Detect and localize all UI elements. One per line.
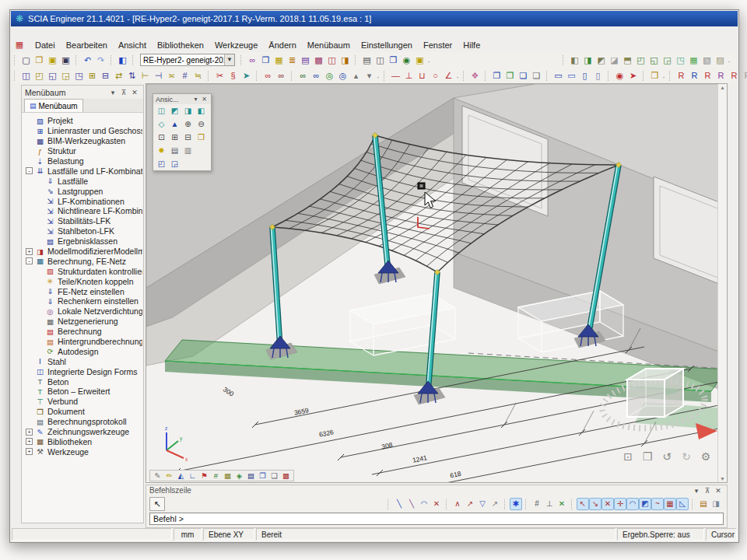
mesh-points-icon[interactable]: #: [178, 69, 191, 82]
expand-icon[interactable]: +: [26, 448, 33, 455]
wireframe-10-icon[interactable]: ▦: [687, 54, 700, 66]
support-b-icon[interactable]: ⊣: [152, 69, 165, 82]
wireframe-mode-icon[interactable]: ✎: [152, 471, 163, 481]
tree-item-bim-werkzeugkasten[interactable]: ▦BIM-Werkzeugkasten: [23, 136, 142, 146]
toolbar-overflow-icon[interactable]: .: [376, 72, 381, 79]
zoom-window-icon[interactable]: ⊡: [155, 131, 168, 143]
wireframe-9-icon[interactable]: ◳: [674, 54, 687, 66]
draw-circle-icon[interactable]: ○: [429, 69, 442, 82]
menu-bearbeiten[interactable]: Bearbeiten: [61, 40, 113, 51]
snap-midpoint-icon[interactable]: ↗: [464, 498, 476, 510]
fly-view-icon[interactable]: ➤: [626, 69, 640, 82]
status-cell[interactable]: Cursor: [706, 528, 737, 541]
draw-profile-icon[interactable]: ⊔: [416, 69, 429, 82]
toolbar-overflow-icon[interactable]: .: [727, 56, 731, 64]
menu-bibliotheken[interactable]: Bibliotheken: [152, 40, 209, 51]
wireframe-8-icon[interactable]: ◲: [661, 54, 674, 66]
snap-arc-icon[interactable]: ◠: [418, 498, 430, 510]
tree-item-fe-netz-einstellen[interactable]: ⇓FE-Netz einstellen: [23, 286, 142, 296]
zoom-all-icon[interactable]: ⊞: [168, 131, 181, 143]
viewport-3d[interactable]: 365963263081241618300zyx Ansic... ▾ ✕ ◫◩…: [146, 83, 728, 483]
hinge-add-icon[interactable]: ⊞: [86, 69, 99, 82]
status-cell[interactable]: Bereit: [256, 528, 615, 541]
menu-hilfe[interactable]: Hilfe: [458, 40, 486, 51]
tree-item-belastung[interactable]: ⇣Belastung: [23, 156, 142, 166]
snap-end-icon[interactable]: ↘: [589, 498, 601, 510]
undo-icon[interactable]: ↶: [81, 54, 94, 66]
layout-icon[interactable]: ◨: [338, 54, 352, 66]
command-input[interactable]: Befehl >: [149, 513, 724, 525]
eye-view-icon[interactable]: ◉: [613, 69, 626, 82]
menu-einstellungen[interactable]: Einstellungen: [356, 40, 418, 51]
tree-item-lokale-netzverdichtung[interactable]: ◎Lokale Netzverdichtung: [23, 306, 142, 317]
zoom-selection-icon[interactable]: ⊟: [181, 131, 195, 143]
save-icon[interactable]: ▣: [59, 54, 72, 66]
move-arrow-icon[interactable]: ➤: [240, 69, 253, 82]
project-selector-combo[interactable]: RE-Hyper2- geneigt-201▼: [140, 54, 235, 66]
result-3-icon[interactable]: R: [701, 69, 714, 82]
wireframe-1-icon[interactable]: ◧: [568, 54, 581, 66]
open-folder-icon[interactable]: ❒: [648, 69, 661, 82]
copy-b-icon[interactable]: ❐: [503, 69, 517, 82]
tree-item-modellmodifizierermodellmodi[interactable]: +◨ModellmodifiziererModellmodi: [23, 247, 142, 257]
snap-intersection-icon[interactable]: ✕: [601, 498, 614, 510]
visibility-filter-2-icon[interactable]: ◎: [336, 69, 349, 82]
tree-item-berechnung[interactable]: ▤Berechnung: [23, 327, 142, 337]
document-menu-icon[interactable]: ▦: [12, 40, 26, 50]
layer-down-icon[interactable]: ▾: [363, 69, 376, 82]
tree-item-teile-knoten-koppeln[interactable]: ✳Teile/Knoten koppeln: [23, 276, 142, 286]
shrink-icon[interactable]: ◈: [233, 471, 245, 481]
expand-icon[interactable]: +: [26, 248, 33, 255]
tree-item-beton[interactable]: TBeton: [23, 376, 142, 387]
wireframe-11-icon[interactable]: ▧: [700, 54, 714, 66]
view-y-icon[interactable]: ◩: [168, 105, 181, 117]
draw-angle-icon[interactable]: ∠: [442, 69, 455, 82]
view-palette-header[interactable]: Ansic... ▾ ✕: [153, 94, 211, 104]
menu-fenster[interactable]: Fenster: [418, 40, 458, 51]
volumes-icon[interactable]: ◭: [175, 471, 187, 481]
cut-member-icon[interactable]: ✂: [213, 69, 226, 82]
scroll-down-icon[interactable]: ▼: [720, 476, 725, 481]
tree-item-stabilitäts-lfk[interactable]: ⇲Stabilitäts-LFK: [23, 216, 142, 226]
snap-grid-point-icon[interactable]: ▦: [664, 498, 676, 510]
copy-a-icon[interactable]: ❐: [490, 69, 503, 82]
status-cell[interactable]: mm: [174, 528, 202, 541]
print-view-icon[interactable]: ▥: [181, 145, 195, 156]
expand-icon[interactable]: +: [26, 438, 33, 445]
rotate-view-down-icon[interactable]: ↺: [660, 450, 674, 464]
menu-werkzeuge[interactable]: Werkzeuge: [209, 40, 263, 51]
command-pin-icon[interactable]: ⊼: [702, 487, 713, 495]
tree-item-lf-kombinationen[interactable]: ⇲LF-Kombinationen: [23, 196, 142, 206]
toolbar-overflow-icon[interactable]: .: [426, 56, 431, 64]
draw-perpendicular-icon[interactable]: ⊥: [402, 69, 416, 82]
frame-b-icon[interactable]: ▭: [565, 69, 578, 82]
menu-datei[interactable]: Datei: [30, 40, 61, 51]
calculator-icon[interactable]: ▦: [272, 54, 286, 66]
close-project-icon[interactable]: ◧: [116, 54, 129, 66]
align-members-icon[interactable]: ⇅: [125, 69, 139, 82]
toolbar-overflow-icon[interactable]: .: [455, 72, 460, 79]
wireframe-2-icon[interactable]: ◨: [581, 54, 594, 66]
loads-icon[interactable]: ⚑: [198, 471, 210, 481]
expand-icon[interactable]: +: [26, 429, 33, 436]
frame-c-icon[interactable]: ▯: [578, 69, 591, 82]
menu-ansicht[interactable]: Ansicht: [113, 40, 152, 51]
tree-item-lastfälle-und-lf-kombinationen[interactable]: -⇊Lastfälle und LF-Kombinationen: [23, 166, 142, 176]
save-all-icon[interactable]: ▣: [46, 54, 59, 66]
snap-arc-point-icon[interactable]: ◠: [626, 498, 639, 510]
open-project-icon[interactable]: ❐: [33, 54, 46, 66]
redo-icon[interactable]: ↷: [94, 54, 107, 66]
copy-d-icon[interactable]: ❏: [530, 69, 543, 82]
view-x-icon[interactable]: ◫: [155, 105, 168, 117]
toolbar-overflow-icon[interactable]: .: [661, 72, 666, 79]
collapse-icon[interactable]: -: [26, 167, 33, 174]
document-icon[interactable]: ❒: [387, 54, 400, 66]
ortho-mode-icon[interactable]: ⊥: [543, 498, 556, 510]
copy-properties-icon[interactable]: ❐: [259, 54, 272, 66]
views-icon[interactable]: ❏: [268, 471, 280, 481]
tree-item-integrierte-design-forms[interactable]: ◫Integrierte Design Forms: [23, 366, 142, 376]
tree-item-struktur[interactable]: ƒStruktur: [23, 146, 142, 156]
snap-center-icon[interactable]: ✛: [614, 498, 626, 510]
snap-edge-icon[interactable]: ◺: [676, 498, 689, 510]
tree-item-autodesign[interactable]: ⟳Autodesign: [23, 346, 142, 356]
